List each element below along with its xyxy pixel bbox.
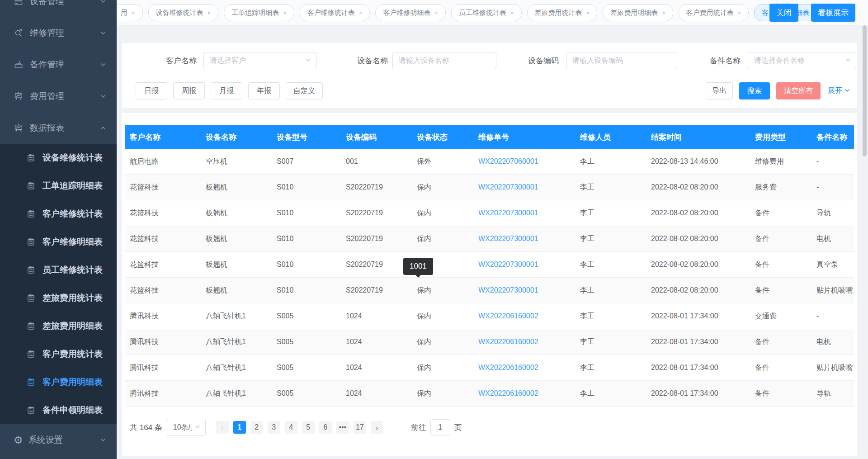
search-button[interactable]: 搜索 [739,82,770,99]
sidebar-menu: 设备管理维修管理备件管理费用管理数据报表 设备维修统计表工单追踪明细表客户维修统… [0,0,117,456]
next-page-button[interactable]: › [371,421,383,434]
close-tab-icon[interactable]: × [208,9,211,16]
table-cell: WX202207300001 [474,235,576,243]
table-cell: S005 [272,389,341,397]
table-cell: 2022-08-01 17:34:00 [646,389,750,397]
close-tab-icon[interactable]: × [132,9,135,16]
table-cell: 电机 [812,337,854,347]
tab-item-7[interactable]: 客户费用统计表× [679,4,749,21]
sidebar-item-2[interactable]: 备件管理 [0,49,117,80]
page-scrollbar-thumb[interactable] [863,25,867,156]
tab-item-2[interactable]: 客户维修统计表× [300,4,370,21]
period-button-4[interactable]: 自定义 [286,82,323,99]
tab-item-1[interactable]: 工单追踪明细表× [224,4,294,21]
chevron-down-icon [844,88,850,93]
repair-order-link[interactable]: WX202207300001 [478,183,538,191]
more-pages-button[interactable]: ••• [336,421,349,434]
table-cell: S010 [272,209,341,217]
submenu-item-5[interactable]: 差旅费用统计表 [0,284,117,312]
close-tab-icon[interactable]: × [586,9,590,16]
submenu-item-4[interactable]: 员工维修统计表 [0,256,117,284]
table-cell: 备件 [750,286,812,295]
repair-order-link[interactable]: WX202207060001 [478,157,538,165]
export-button[interactable]: 导出 [706,82,733,99]
sidebar-item-4[interactable]: 数据报表 [0,112,117,144]
repair-order-link[interactable]: WX202207300001 [478,235,538,242]
repair-order-link[interactable]: WX202207300001 [478,209,538,217]
page-button-4[interactable]: 4 [285,421,297,434]
repair-order-link[interactable]: WX202206160002 [478,364,538,371]
sidebar-item-1[interactable]: 维修管理 [0,17,117,49]
tab-item-5[interactable]: 差旅费用统计表× [527,4,598,21]
device-name-input[interactable] [392,52,496,69]
table-cell: 板翘机 [201,234,272,244]
goto-page-input[interactable] [430,419,450,435]
table-cell: 李工 [576,337,646,347]
table-cell: 1024 [341,389,412,397]
page-button-6[interactable]: 6 [319,421,332,434]
repair-order-link[interactable]: WX202207300001 [478,286,538,294]
period-button-3[interactable]: 年报 [248,82,280,99]
note-icon [26,237,36,247]
note-icon [26,322,36,331]
prev-page-button[interactable]: ‹ [216,421,229,434]
clear-all-button[interactable]: 清空所有 [776,82,821,99]
table-cell: 保内 [412,389,474,398]
submenu-item-8[interactable]: 客户费用明细表 [0,368,117,396]
page-button-5[interactable]: 5 [302,421,315,434]
table-cell: 腾讯科技 [125,312,201,321]
close-button[interactable]: 关闭 [769,4,798,22]
repair-order-link[interactable]: WX202206160002 [478,312,538,320]
board-display-button[interactable]: 看板展示 [811,4,855,22]
expand-toggle[interactable]: 展开 [828,86,850,96]
close-tab-icon[interactable]: × [434,9,438,16]
repair-order-link[interactable]: WX202207300001 [478,260,538,268]
close-tab-icon[interactable]: × [738,9,741,16]
sidebar-item-3[interactable]: 费用管理 [0,80,117,112]
sidebar-item-0[interactable]: 设备管理 [0,0,117,17]
submenu-item-3[interactable]: 客户维修明细表 [0,228,117,256]
tab-item-0[interactable]: 设备维修统计表× [148,4,219,21]
submenu-item-label: 员工维修统计表 [42,264,103,276]
page-button-2[interactable]: 2 [250,421,263,434]
close-tab-icon[interactable]: × [510,9,514,16]
filter-actions-row: 日报周报月报年报自定义 导出 搜索 清空所有 展开 [122,82,850,99]
submenu-item-6[interactable]: 差旅费用明细表 [0,312,117,340]
tab-item-3[interactable]: 客户维修明细表× [375,4,446,21]
repair-order-link[interactable]: WX202206160002 [478,338,538,345]
submenu-item-2[interactable]: 客户维修统计表 [0,200,117,228]
sidebar-submenu-reports: 设备维修统计表工单追踪明细表客户维修统计表客户维修明细表员工维修统计表差旅费用统… [0,144,117,424]
page-size-select[interactable]: 10条/页 [167,419,206,436]
close-tab-icon[interactable]: × [359,9,363,16]
submenu-item-0[interactable]: 设备维修统计表 [0,144,117,172]
close-tab-icon[interactable]: × [283,9,287,16]
submenu-item-7[interactable]: 客户费用统计表 [0,340,117,368]
close-tab-icon[interactable]: × [662,9,665,16]
repair-icon [14,28,24,38]
page-button-3[interactable]: 3 [268,421,280,434]
customer-select[interactable]: 请选择客户 [203,52,316,69]
part-name-select[interactable]: 请选择备件名称 [748,52,856,69]
tab-item-partial[interactable]: 用× [117,4,143,21]
table-cell: 花篮科技 [125,183,201,192]
submenu-item-9[interactable]: 备件申领明细表 [0,396,117,424]
table-cell: 腾讯科技 [125,389,201,398]
table-cell: S010 [272,183,341,191]
period-button-1[interactable]: 周报 [173,82,205,99]
repair-order-link[interactable]: WX202206160002 [478,389,538,397]
page-button-1[interactable]: 1 [233,421,246,434]
submenu-item-1[interactable]: 工单追踪明细表 [0,172,117,200]
sidebar-item-settings[interactable]: ⚙ 系统设置 [0,424,117,456]
submenu-item-label: 客户维修明细表 [42,236,103,248]
device-code-input[interactable] [566,52,677,69]
period-button-2[interactable]: 月报 [211,82,242,99]
tab-item-6[interactable]: 差旅费用明细表× [603,4,673,21]
page-button-17[interactable]: 17 [354,421,366,434]
note-icon [26,153,36,163]
tab-item-4[interactable]: 员工维修统计表× [451,4,522,21]
table-cell: S005 [272,338,341,346]
device-code-label: 设备编码 [528,56,559,66]
table-header-cell: 维修人员 [576,132,646,142]
note-icon [26,293,36,303]
period-button-0[interactable]: 日报 [136,82,167,99]
